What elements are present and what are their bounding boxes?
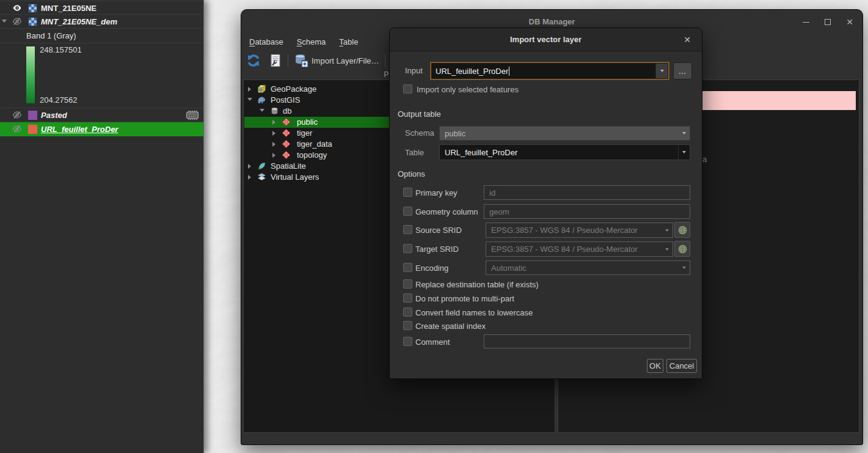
db-manager-menubar: Database Schema Table: [243, 34, 365, 50]
layer-name: URL_feuillet_ProDer: [41, 122, 118, 136]
layer-row-url-feuillet[interactable]: URL_feuillet_ProDer: [0, 122, 203, 136]
table-value: URL_feuillet_ProDer: [445, 145, 517, 160]
schema-dropdown-arrow[interactable]: [678, 127, 690, 140]
multipart-label: Do not promote to multi-part: [415, 294, 514, 304]
schema-combobox[interactable]: public: [439, 126, 690, 141]
chevron-down-icon[interactable]: [260, 109, 264, 112]
postgis-icon: [257, 95, 266, 105]
import-layer-label: Import Layer/File…: [312, 56, 379, 65]
eye-icon[interactable]: [12, 3, 22, 13]
chevron-right-icon[interactable]: [248, 175, 251, 180]
screenshot-stage: MNT_21E05NE MNT_21E05NE_dem Band 1 (Gray…: [0, 0, 868, 453]
ramp-min-value: 204.27562: [40, 95, 77, 105]
schema-value: public: [445, 127, 465, 140]
ramp-max-value: 248.157501: [40, 45, 82, 54]
ok-button[interactable]: OK: [647, 359, 663, 373]
spatial-index-label: Create spatial index: [415, 322, 486, 331]
raster-layer-icon: [28, 4, 37, 13]
source-srid-combobox: EPSG:3857 - WGS 84 / Pseudo-Mercator: [486, 223, 673, 238]
chevron-right-icon[interactable]: [272, 153, 275, 158]
minimize-icon: [803, 22, 809, 23]
band-legend-row[interactable]: Band 1 (Gray): [0, 29, 203, 43]
input-dropdown-button[interactable]: [655, 64, 668, 78]
info-text-fragment: a: [702, 155, 707, 164]
maximize-button[interactable]: [821, 15, 834, 29]
layer-color-swatch: [28, 125, 37, 134]
encoding-label: Encoding: [415, 263, 448, 273]
import-layer-icon: [294, 53, 308, 68]
chevron-down-icon: [661, 223, 673, 237]
multipart-checkbox[interactable]: [403, 293, 412, 303]
layer-row-mnt[interactable]: MNT_21E05NE: [0, 1, 203, 15]
schema-icon: [282, 128, 291, 138]
schema-icon: [282, 139, 291, 149]
primary-key-label: Primary key: [415, 188, 458, 198]
database-icon: [270, 106, 279, 116]
refresh-button[interactable]: [245, 52, 262, 69]
eye-off-icon[interactable]: [12, 17, 22, 26]
browse-button[interactable]: …: [673, 62, 692, 79]
menu-table[interactable]: Table: [332, 34, 365, 50]
cancel-button[interactable]: Cancel: [666, 359, 697, 373]
source-srid-checkbox[interactable]: [403, 225, 412, 234]
layer-row-pasted[interactable]: Pasted: [0, 108, 203, 122]
layer-name: MNT_21E05NE: [41, 1, 97, 15]
lowercase-label: Convert field names to lowercase: [415, 308, 533, 318]
table-combobox[interactable]: URL_feuillet_ProDer: [439, 144, 690, 160]
chevron-down-icon: [682, 151, 686, 153]
layer-name: Pasted: [41, 108, 67, 122]
encoding-checkbox[interactable]: [403, 263, 412, 272]
minimize-button[interactable]: [799, 15, 812, 29]
import-only-label: Import only selected features: [417, 85, 519, 95]
table-dropdown-arrow[interactable]: [678, 145, 690, 160]
eye-off-icon[interactable]: [12, 124, 22, 134]
chevron-right-icon[interactable]: [272, 142, 275, 147]
close-button[interactable]: ✕: [843, 15, 856, 29]
layer-color-swatch: [28, 111, 37, 120]
input-value: URL_feuillet_ProDer: [436, 63, 509, 79]
layer-row-mnt-dem[interactable]: MNT_21E05NE_dem: [0, 15, 203, 29]
chevron-down-icon: [682, 132, 686, 134]
virtual-layers-icon: [257, 172, 266, 182]
import-only-checkbox[interactable]: [403, 84, 412, 94]
dialog-title: Import vector layer: [390, 28, 702, 51]
replace-table-checkbox[interactable]: [403, 279, 412, 289]
spatialite-icon: [257, 161, 266, 171]
crs-globe-icon: [677, 244, 688, 254]
dialog-titlebar[interactable]: Import vector layer ✕: [390, 28, 702, 51]
lowercase-checkbox[interactable]: [403, 308, 412, 317]
menu-schema[interactable]: Schema: [290, 34, 333, 50]
chevron-right-icon[interactable]: [272, 131, 275, 136]
import-layer-button[interactable]: Import Layer/File…: [292, 52, 381, 69]
comment-checkbox[interactable]: [403, 337, 412, 346]
import-vector-layer-dialog: Import vector layer ✕ Input URL_feuillet…: [389, 28, 702, 379]
sql-window-button[interactable]: [267, 52, 284, 69]
spatial-index-checkbox[interactable]: [403, 321, 412, 330]
replace-table-label: Replace destination table (if exists): [415, 280, 539, 290]
chevron-down-icon[interactable]: [2, 20, 7, 23]
comment-field[interactable]: [484, 334, 690, 348]
dialog-close-button[interactable]: ✕: [680, 28, 695, 51]
gradient-legend-block: 248.157501 204.27562: [0, 43, 203, 108]
chevron-right-icon[interactable]: [248, 87, 251, 92]
maximize-icon: [825, 19, 831, 25]
chevron-down-icon[interactable]: [247, 98, 252, 101]
menu-database[interactable]: Database: [243, 34, 290, 50]
chevron-down-icon: [660, 70, 664, 72]
primary-key-checkbox[interactable]: [403, 188, 412, 197]
input-label: Input: [405, 66, 423, 76]
band-label: Band 1 (Gray): [26, 29, 76, 43]
schema-label: Schema: [405, 128, 434, 138]
geometry-column-checkbox[interactable]: [403, 207, 412, 216]
target-srid-checkbox[interactable]: [403, 244, 412, 253]
target-srid-label: Target SRID: [415, 245, 459, 254]
chevron-right-icon[interactable]: [248, 164, 251, 169]
toolbar-separator: [288, 54, 288, 67]
source-crs-picker-button: [674, 222, 690, 238]
output-table-section-label: Output table: [398, 109, 441, 119]
eye-off-icon[interactable]: [12, 110, 22, 120]
chevron-right-icon[interactable]: [272, 120, 275, 125]
primary-key-field: id: [484, 185, 690, 200]
input-combobox[interactable]: URL_feuillet_ProDer: [431, 62, 669, 79]
source-srid-label: Source SRID: [415, 226, 462, 235]
